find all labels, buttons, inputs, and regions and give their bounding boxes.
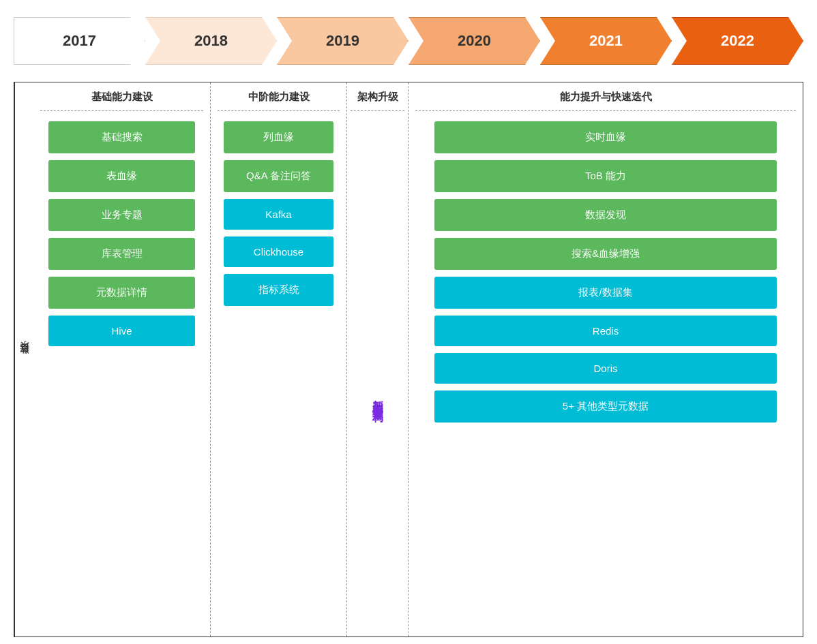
- phase-header-adv: 能力提升与快速迭代: [415, 82, 796, 111]
- phase-items-adv: 实时血缘ToB 能力数据发现搜索&血缘增强报表/数据集RedisDoris5+ …: [415, 118, 796, 426]
- timeline: 201720182019202020212022: [14, 7, 803, 75]
- timeline-arrow-2020: 2020: [409, 17, 540, 65]
- timeline-label-2018: 2018: [194, 32, 228, 50]
- arch-header: 架构升级: [351, 82, 404, 111]
- main-container: 201720182019202020212022 数据目录 基础能力建设 基础搜…: [0, 0, 817, 644]
- phase-col-base: 基础能力建设 基础搜索表血缘业务专题库表管理元数据详情Hive: [33, 82, 211, 637]
- tag-item: Hive: [48, 316, 195, 346]
- tag-item: 列血缘: [224, 121, 333, 153]
- phase-items-base: 基础搜索表血缘业务专题库表管理元数据详情Hive: [40, 118, 203, 350]
- tag-item: 5+ 其他类型元数据: [434, 390, 777, 423]
- tag-item: Redis: [434, 316, 777, 346]
- phase-col-adv: 能力提升与快速迭代 实时血缘ToB 能力数据发现搜索&血缘增强报表/数据集Red…: [409, 82, 803, 637]
- timeline-label-2019: 2019: [326, 32, 359, 50]
- timeline-arrow-2022: 2022: [672, 17, 803, 65]
- tag-item: 指标系统: [224, 274, 333, 306]
- timeline-label-2020: 2020: [458, 32, 491, 50]
- arch-text: 新架构升级重构: [368, 350, 387, 405]
- left-label: 数据目录: [14, 82, 33, 637]
- phase-col-mid: 中阶能力建设 列血缘Q&A 备注问答KafkaClickhouse指标系统: [211, 82, 347, 637]
- tag-item: 基础搜索: [48, 121, 195, 153]
- tag-item: 搜索&血缘增强: [434, 238, 777, 270]
- timeline-label-2021: 2021: [589, 32, 623, 50]
- tag-item: 表血缘: [48, 160, 195, 192]
- tag-item: 数据发现: [434, 199, 777, 231]
- timeline-arrow-2018: 2018: [145, 17, 277, 65]
- phase-items-mid: 列血缘Q&A 备注问答KafkaClickhouse指标系统: [218, 118, 340, 309]
- timeline-arrow-2017: 2017: [14, 17, 145, 65]
- columns-area: 基础能力建设 基础搜索表血缘业务专题库表管理元数据详情Hive 中阶能力建设 列…: [33, 82, 803, 637]
- timeline-label-2022: 2022: [721, 32, 754, 50]
- tag-item: 库表管理: [48, 238, 195, 270]
- tag-item: Kafka: [224, 199, 333, 230]
- timeline-label-2017: 2017: [63, 32, 96, 50]
- tag-item: Q&A 备注问答: [224, 160, 333, 192]
- phase-col-arch: 架构升级 新架构升级重构: [347, 82, 409, 637]
- timeline-arrow-2021: 2021: [540, 17, 672, 65]
- tag-item: 业务专题: [48, 199, 195, 231]
- tag-item: Doris: [434, 353, 777, 384]
- tag-item: 实时血缘: [434, 121, 777, 153]
- tag-item: 报表/数据集: [434, 277, 777, 309]
- phase-header-base: 基础能力建设: [40, 82, 203, 111]
- tag-item: 元数据详情: [48, 277, 195, 309]
- tag-item: ToB 能力: [434, 160, 777, 192]
- content-area: 数据目录 基础能力建设 基础搜索表血缘业务专题库表管理元数据详情Hive 中阶能…: [14, 82, 803, 637]
- timeline-arrow-2019: 2019: [277, 17, 409, 65]
- phase-header-mid: 中阶能力建设: [218, 82, 340, 111]
- tag-item: Clickhouse: [224, 236, 333, 267]
